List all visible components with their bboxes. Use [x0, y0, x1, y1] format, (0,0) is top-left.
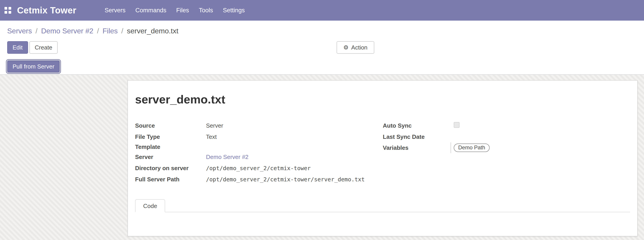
- app-brand-title: Cetmix Tower: [17, 5, 76, 15]
- auto-sync-checkbox[interactable]: [454, 122, 460, 128]
- button-row: Edit Create ⚙ Action: [7, 41, 637, 54]
- tab-code[interactable]: Code: [135, 199, 165, 212]
- breadcrumb-current: server_demo.txt: [127, 27, 178, 35]
- pull-from-server-button[interactable]: Pull from Server: [7, 60, 60, 73]
- field-label-last-sync: Last Sync Date: [383, 133, 454, 140]
- field-label-source: Source: [135, 122, 206, 129]
- field-row-variables: Variables Demo Path: [383, 142, 630, 153]
- breadcrumb-separator: /: [32, 27, 41, 35]
- field-groups: Source Server File Type Text Template Se…: [135, 120, 630, 185]
- field-group-right: Auto Sync Last Sync Date Variables Demo …: [383, 120, 630, 185]
- field-row-source: Source Server: [135, 120, 383, 131]
- field-label-auto-sync: Auto Sync: [383, 122, 454, 129]
- apps-grid-icon[interactable]: [4, 7, 11, 14]
- field-row-auto-sync: Auto Sync: [383, 120, 630, 131]
- field-label-directory: Directory on server: [135, 165, 206, 172]
- variables-tags-field: Demo Path: [450, 142, 490, 153]
- field-label-template: Template: [135, 143, 206, 150]
- field-label-file-type: File Type: [135, 133, 206, 140]
- field-value-file-type: Text: [206, 133, 217, 140]
- menu-item-files[interactable]: Files: [171, 0, 194, 21]
- notebook-tabs: Code: [135, 199, 630, 212]
- menu-item-commands[interactable]: Commands: [130, 0, 171, 21]
- tab-code-content: [135, 212, 630, 237]
- field-value-directory: /opt/demo_server_2/cetmix-tower: [206, 165, 311, 171]
- notebook: Code: [135, 199, 630, 237]
- object-button-row: Pull from Server: [7, 60, 637, 73]
- field-value-full-path: /opt/demo_server_2/cetmix-tower/server_d…: [206, 176, 365, 183]
- record-title: server_demo.txt: [135, 92, 630, 107]
- breadcrumb-files[interactable]: Files: [102, 27, 118, 35]
- app-window: Cetmix Tower Servers Commands Files Tool…: [0, 0, 644, 240]
- menu-item-tools[interactable]: Tools: [194, 0, 218, 21]
- form-sheet: server_demo.txt Source Server File Type …: [128, 80, 638, 237]
- field-row-file-type: File Type Text: [135, 131, 383, 142]
- action-menu-button[interactable]: ⚙ Action: [336, 41, 374, 54]
- gear-icon: ⚙: [343, 45, 348, 50]
- breadcrumb-servers[interactable]: Servers: [7, 27, 32, 35]
- form-view-background: server_demo.txt Source Server File Type …: [0, 75, 644, 240]
- breadcrumb-demo-server[interactable]: Demo Server #2: [41, 27, 93, 35]
- breadcrumb-separator: /: [118, 27, 127, 35]
- field-row-directory: Directory on server /opt/demo_server_2/c…: [135, 163, 383, 174]
- edit-button[interactable]: Edit: [7, 41, 28, 54]
- main-menu: Servers Commands Files Tools Settings: [100, 0, 250, 21]
- field-label-variables: Variables: [383, 144, 454, 151]
- top-navbar: Cetmix Tower Servers Commands Files Tool…: [0, 0, 644, 21]
- field-value-source: Server: [206, 122, 223, 129]
- field-group-left: Source Server File Type Text Template Se…: [135, 120, 383, 185]
- variable-tag: Demo Path: [454, 143, 490, 152]
- action-menu-label: Action: [351, 42, 367, 53]
- field-row-full-path: Full Server Path /opt/demo_server_2/cetm…: [135, 174, 383, 185]
- breadcrumb: Servers / Demo Server #2 / Files / serve…: [7, 25, 637, 37]
- menu-item-servers[interactable]: Servers: [100, 0, 130, 21]
- control-panel: Servers / Demo Server #2 / Files / serve…: [0, 21, 644, 75]
- field-row-template: Template: [135, 142, 383, 151]
- field-label-server: Server: [135, 154, 206, 160]
- field-row-server: Server Demo Server #2: [135, 151, 383, 163]
- create-button[interactable]: Create: [30, 41, 58, 54]
- menu-item-settings[interactable]: Settings: [218, 0, 250, 21]
- field-value-server-link[interactable]: Demo Server #2: [206, 154, 248, 160]
- field-label-full-path: Full Server Path: [135, 176, 206, 183]
- breadcrumb-separator: /: [93, 27, 102, 35]
- field-row-last-sync: Last Sync Date: [383, 131, 630, 142]
